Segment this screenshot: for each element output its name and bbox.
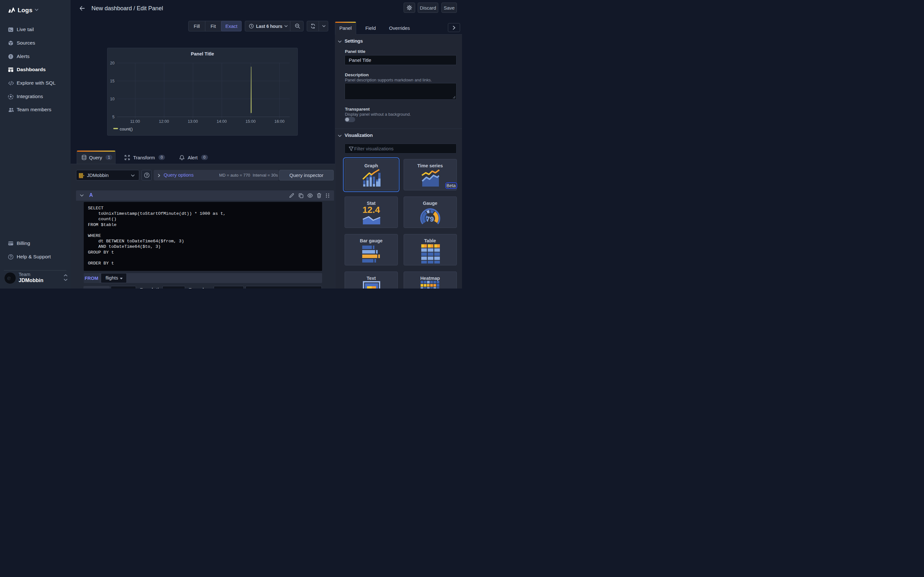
svg-text:20: 20 [110, 61, 115, 65]
svg-text:16:00: 16:00 [274, 119, 284, 124]
svg-text:15: 15 [110, 79, 115, 83]
svg-text:5: 5 [112, 115, 115, 119]
svg-text:79: 79 [426, 215, 433, 223]
svg-text:10: 10 [110, 97, 115, 101]
svg-text:11:00: 11:00 [130, 119, 140, 124]
svg-text:count(): count() [120, 127, 132, 131]
svg-text:14:00: 14:00 [216, 119, 226, 124]
svg-text:12:00: 12:00 [159, 119, 169, 124]
svg-text:15:00: 15:00 [246, 119, 255, 124]
svg-text:13:00: 13:00 [188, 119, 198, 124]
